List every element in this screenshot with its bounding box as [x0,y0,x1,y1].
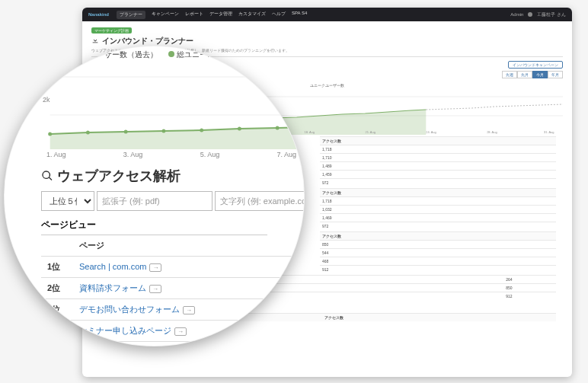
toggle-year[interactable]: 年月 [548,71,563,78]
page-link-1[interactable]: Search | com.com [79,262,146,271]
page-link-3[interactable]: デモお問い合わせフォーム [79,305,180,314]
access-table-2: アクセス数 1,718 1,032 1,469 972 [320,188,556,230]
admin-link[interactable]: Admin [510,12,523,17]
zoom-xtick-1: 3. Aug [123,151,143,158]
col-page: ページ [73,235,292,257]
col-rank [41,235,73,257]
svg-point-16 [161,129,165,133]
zoom-xtick-3: 7. Aug [276,151,296,158]
zoom-xtick-2: 5. Aug [200,151,220,158]
zoom-ytick-1: 2k [43,96,50,104]
nav-item-report[interactable]: レポート [185,11,203,19]
access-header: アクセス数 [320,137,556,145]
zoom-xtick-0: 1. Aug [46,151,66,158]
svg-point-18 [238,127,241,131]
user-name[interactable]: 工藤桂子 さん [537,11,566,18]
nav-item-data[interactable]: データ管理 [209,11,232,19]
t1-r1: 1,718 [320,145,556,154]
page-title-text: インバウンド・プランナー [102,36,193,46]
zoom-lens: ユニークユーザー数（過去） 総ユニー… 4k 2k 1. Aug 3. Aug … [4,46,305,346]
t2-r3: 1,469 [320,214,556,222]
rank-1: 1位 [41,257,73,278]
nav-menu: プランナー キャンペーン レポート データ管理 カスタマイズ ヘルプ SPA S… [117,11,307,19]
page-title: インバウンド・プランナー [91,36,563,46]
rank-5 [41,342,73,347]
web-access-heading: ウェブアクセス解析 [41,167,267,185]
svg-text:28. Aug: 28. Aug [487,130,497,134]
t1-r5: 972 [320,179,556,187]
ref-r3-n: 912 [503,292,556,301]
string-input[interactable] [215,191,305,211]
svg-point-15 [124,130,128,134]
t3-r3: 468 [320,257,556,266]
zoom-legend-dot-2-icon [168,51,174,57]
svg-text:24. Aug: 24. Aug [426,130,436,134]
download-icon [91,37,99,46]
t1-r4: 1,459 [320,171,556,179]
t3-r1: 850 [320,241,556,249]
table-row: 1位Search | com.com→ [41,257,292,278]
page-link-4[interactable]: セミナー申し込みページ [79,326,171,335]
user-avatar-icon[interactable] [528,12,532,17]
ref-r1-n: 264 [503,276,556,284]
t2-r2: 1,032 [320,206,556,214]
svg-point-17 [200,129,203,132]
t2-r4: 972 [320,222,556,231]
access-table-1: アクセス数 1,718 1,710 1,489 1,459 972 [320,136,556,187]
top-navbar: Nanakind プランナー キャンペーン レポート データ管理 カスタマイズ … [82,8,572,21]
pageview-heading: ページビュー [41,219,267,235]
brand-logo[interactable]: Nanakind [88,12,109,17]
nav-item-customize[interactable]: カスタマイズ [238,11,266,19]
svg-point-14 [86,131,90,135]
nav-item-help[interactable]: ヘルプ [272,11,286,19]
svg-point-19 [276,126,280,130]
svg-text:31. Aug: 31. Aug [544,130,554,134]
access-table-3: アクセス数 850 544 468 912 [320,231,556,273]
access-header-2: アクセス数 [320,189,556,197]
external-link-icon[interactable]: → [183,306,195,314]
ref-r2-n: 850 [503,284,556,292]
breadcrumb[interactable]: マーケティング計画 [91,27,132,34]
inbound-campaign-button[interactable]: インバウンドキャンペーン [508,61,563,69]
web-access-heading-text: ウェブアクセス解析 [57,167,181,185]
inflow-col-access: アクセス数 [322,314,556,322]
rank-3: 3位 [41,299,73,321]
toggle-last-week[interactable]: 先週 [502,71,517,78]
external-link-icon[interactable]: → [149,263,161,272]
chart-title-small: ユニークユーザー数 [310,83,344,88]
external-link-icon[interactable]: → [174,327,187,336]
rank-4 [41,321,73,342]
svg-text:18. Aug: 18. Aug [305,130,315,134]
t1-r2: 1,710 [320,154,556,162]
chart-range-toggle: 先週 先月 今月 年月 [502,71,563,78]
access-header-3: アクセス数 [320,232,556,241]
nav-item-spa[interactable]: SPA S4 [292,11,307,19]
zoom-legend-dot-1-icon [50,51,56,57]
nav-item-planner[interactable]: プランナー [117,11,145,19]
page-link-2[interactable]: 資料請求フォーム [79,283,146,292]
t3-r4: 912 [320,266,556,274]
search-icon [41,170,53,182]
extension-input[interactable] [97,191,213,211]
toggle-last-month[interactable]: 先月 [517,71,532,78]
toggle-this-month[interactable]: 今月 [532,71,548,78]
t3-r2: 544 [320,249,556,257]
rank-2: 2位 [41,278,73,299]
nav-item-campaign[interactable]: キャンペーン [152,11,179,19]
external-link-icon[interactable]: → [149,285,161,293]
top-n-select[interactable]: 上位５件 [41,191,94,211]
table-row: 2位資料請求フォーム→ [41,278,292,299]
t2-r1: 1,718 [320,197,556,206]
t1-r3: 1,489 [320,162,556,171]
svg-text:21. Aug: 21. Aug [365,130,375,134]
zoom-ytick-0: 4k [43,46,50,54]
